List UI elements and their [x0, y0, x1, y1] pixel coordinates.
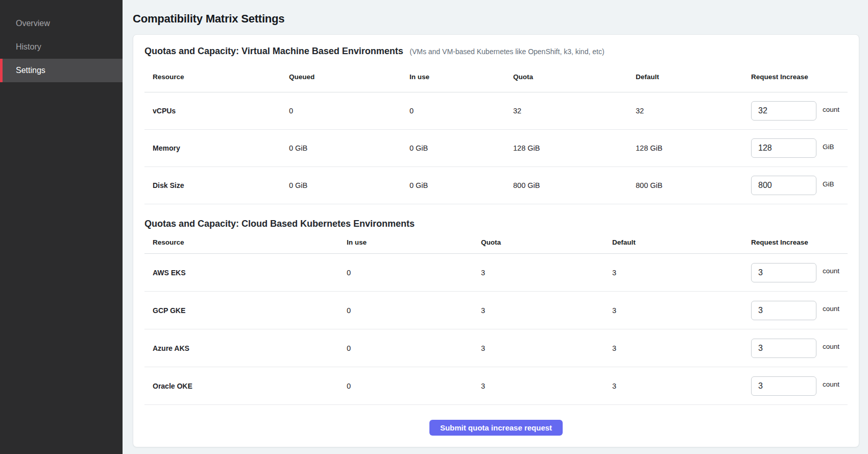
settings-card: Quotas and Capacity: Virtual Machine Bas…	[133, 34, 859, 447]
table-row-disk-size: Disk Size0 GiB0 GiB800 GiB800 GiBGiB	[144, 167, 848, 204]
memory-request-increase-input[interactable]	[751, 138, 816, 158]
azure-aks-request-increase-input[interactable]	[751, 339, 816, 358]
main-content: Compatibility Matrix Settings Quotas and…	[123, 0, 868, 454]
column-header-resource: Resource	[144, 238, 347, 246]
value-cell-in-use: 0	[347, 344, 481, 352]
resource-cell: Memory	[144, 144, 289, 152]
unit-label: count	[823, 267, 839, 275]
sidebar-item-settings[interactable]: Settings	[0, 59, 123, 82]
value-cell-queued: 0	[289, 107, 409, 115]
table-header-row: ResourceQueuedIn useQuotaDefaultRequest …	[144, 58, 848, 92]
value-cell-quota: 3	[481, 382, 612, 390]
unit-label: count	[823, 343, 839, 350]
sidebar: OverviewHistorySettings	[0, 0, 123, 454]
cloud-quotas-section: Quotas and Capacity: Cloud Based Kuberne…	[144, 218, 848, 405]
value-cell-quota: 32	[513, 107, 636, 115]
table-header-row: ResourceIn useQuotaDefaultRequest Increa…	[144, 230, 848, 254]
value-cell-default: 128 GiB	[636, 144, 751, 152]
value-cell-in-use: 0	[347, 269, 481, 277]
submit-quota-button[interactable]: Submit quota increase request	[429, 420, 563, 436]
table-row-vcpus: vCPUs003232count	[144, 92, 848, 130]
request-increase-cell: GiB	[751, 176, 848, 195]
vcpus-request-increase-input[interactable]	[751, 101, 816, 121]
column-header-quota: Quota	[481, 238, 612, 246]
value-cell-quota: 128 GiB	[513, 144, 636, 152]
column-header-request-increase: Request Increase	[751, 73, 848, 81]
request-increase-cell: count	[751, 301, 848, 320]
table-row-gcp-gke: GCP GKE033count	[144, 292, 848, 329]
resource-cell: Disk Size	[144, 181, 289, 189]
aws-eks-request-increase-input[interactable]	[751, 263, 816, 282]
unit-label: count	[823, 305, 839, 313]
cloud-quotas-table: ResourceIn useQuotaDefaultRequest Increa…	[144, 230, 848, 405]
unit-label: count	[823, 380, 839, 388]
sidebar-item-label: Overview	[16, 19, 50, 28]
value-cell-queued: 0 GiB	[289, 181, 409, 189]
value-cell-default: 800 GiB	[636, 181, 751, 189]
table-row-memory: Memory0 GiB0 GiB128 GiB128 GiBGiB	[144, 130, 848, 167]
table-row-azure-aks: Azure AKS033count	[144, 329, 848, 367]
sidebar-item-overview[interactable]: Overview	[0, 12, 123, 35]
submit-button-row: Submit quota increase request	[144, 405, 848, 436]
value-cell-default: 3	[612, 306, 751, 315]
value-cell-quota: 800 GiB	[513, 181, 636, 189]
column-header-quota: Quota	[513, 73, 636, 81]
active-indicator	[0, 59, 3, 82]
value-cell-quota: 3	[481, 344, 612, 352]
unit-label: GiB	[823, 180, 834, 188]
vm-section-header: Quotas and Capacity: Virtual Machine Bas…	[144, 45, 848, 58]
app-window: OverviewHistorySettings Compatibility Ma…	[0, 0, 868, 454]
resource-cell: vCPUs	[144, 107, 289, 115]
column-header-in-use: In use	[347, 238, 481, 246]
request-increase-cell: count	[751, 101, 848, 121]
resource-cell: GCP GKE	[144, 306, 347, 315]
column-header-request-increase: Request Increase	[751, 238, 848, 246]
unit-label: GiB	[823, 143, 834, 151]
sidebar-item-label: Settings	[16, 66, 45, 75]
value-cell-default: 3	[612, 382, 751, 390]
resource-cell: AWS EKS	[144, 269, 347, 277]
page-title: Compatibility Matrix Settings	[133, 12, 859, 26]
sidebar-item-label: History	[16, 42, 41, 52]
column-header-in-use: In use	[409, 73, 513, 81]
request-increase-cell: count	[751, 339, 848, 358]
column-header-resource: Resource	[144, 73, 289, 81]
table-row-oracle-oke: Oracle OKE033count	[144, 367, 848, 405]
oracle-oke-request-increase-input[interactable]	[751, 376, 816, 396]
disk-size-request-increase-input[interactable]	[751, 176, 816, 195]
value-cell-in-use: 0	[409, 107, 513, 115]
value-cell-default: 3	[612, 269, 751, 277]
value-cell-queued: 0 GiB	[289, 144, 409, 152]
vm-section-subtitle: (VMs and VM-based Kubernetes like OpenSh…	[409, 47, 604, 56]
value-cell-in-use: 0	[347, 306, 481, 315]
cloud-section-header: Quotas and Capacity: Cloud Based Kuberne…	[144, 218, 848, 230]
unit-label: count	[823, 106, 839, 113]
request-increase-cell: GiB	[751, 138, 848, 158]
value-cell-in-use: 0	[347, 382, 481, 390]
value-cell-in-use: 0 GiB	[409, 181, 513, 189]
value-cell-quota: 3	[481, 269, 612, 277]
value-cell-quota: 3	[481, 306, 612, 315]
vm-quotas-section: Quotas and Capacity: Virtual Machine Bas…	[144, 45, 848, 204]
sidebar-item-history[interactable]: History	[0, 35, 123, 59]
column-header-default: Default	[612, 238, 751, 246]
resource-cell: Azure AKS	[144, 344, 347, 352]
request-increase-cell: count	[751, 263, 848, 282]
cloud-section-title: Quotas and Capacity: Cloud Based Kuberne…	[144, 219, 415, 229]
resource-cell: Oracle OKE	[144, 382, 347, 390]
column-header-default: Default	[636, 73, 751, 81]
gcp-gke-request-increase-input[interactable]	[751, 301, 816, 320]
request-increase-cell: count	[751, 376, 848, 396]
value-cell-in-use: 0 GiB	[409, 144, 513, 152]
table-row-aws-eks: AWS EKS033count	[144, 254, 848, 292]
value-cell-default: 3	[612, 344, 751, 352]
vm-quotas-table: ResourceQueuedIn useQuotaDefaultRequest …	[144, 58, 848, 204]
column-header-queued: Queued	[289, 73, 409, 81]
value-cell-default: 32	[636, 107, 751, 115]
vm-section-title: Quotas and Capacity: Virtual Machine Bas…	[144, 46, 403, 56]
